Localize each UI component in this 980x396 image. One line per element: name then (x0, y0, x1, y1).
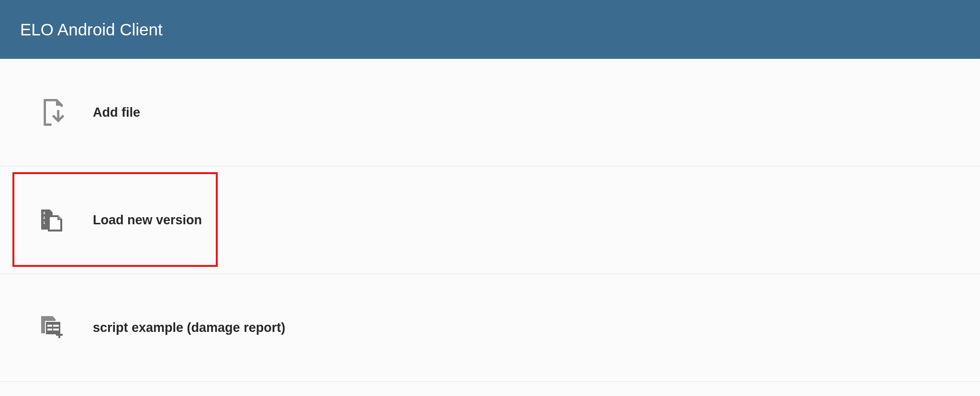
svg-rect-5 (53, 325, 59, 327)
app-title: ELO Android Client (20, 20, 163, 39)
svg-rect-4 (47, 325, 52, 327)
svg-rect-6 (47, 329, 52, 330)
svg-rect-3 (46, 322, 60, 334)
menu-item-label: script example (damage report) (93, 320, 285, 335)
menu-item-label: Load new version (93, 213, 202, 228)
svg-text:1: 1 (43, 220, 45, 225)
menu-list: Add file 3 2 1 Load new version (0, 59, 980, 382)
svg-rect-7 (53, 329, 59, 330)
svg-rect-9 (56, 334, 63, 336)
menu-item-script-example[interactable]: script example (damage report) (0, 274, 980, 382)
app-header: ELO Android Client (0, 0, 980, 59)
add-file-icon (39, 99, 66, 126)
new-form-icon (39, 314, 66, 341)
menu-item-label: Add file (93, 105, 140, 120)
svg-text:3: 3 (43, 211, 45, 215)
load-new-version-icon: 3 2 1 (39, 207, 66, 233)
menu-item-add-file[interactable]: Add file (0, 59, 980, 166)
svg-text:2: 2 (43, 216, 45, 220)
menu-item-load-new-version[interactable]: 3 2 1 Load new version (0, 166, 980, 274)
